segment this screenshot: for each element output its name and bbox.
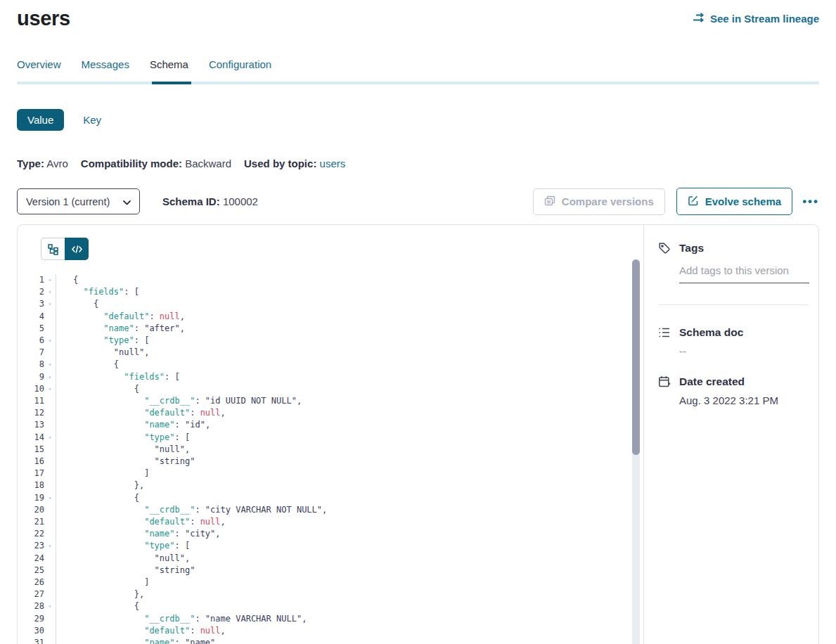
code-text: "name": "after", (56, 323, 185, 335)
page-header: users See in Stream lineage (17, 7, 819, 30)
line-number: 8 (25, 359, 44, 371)
stream-lineage-icon (693, 13, 705, 25)
compare-versions-button[interactable]: Compare versions (533, 188, 665, 215)
tab-configuration[interactable]: Configuration (209, 58, 271, 82)
code-text: "name": "city", (56, 528, 221, 540)
compatibility-label: Compatibility mode: (81, 157, 182, 169)
code-text: "default": null, (56, 407, 226, 419)
code-line: 21 "default": null, (18, 516, 643, 528)
see-in-stream-lineage-link[interactable]: See in Stream lineage (693, 13, 819, 25)
line-number: 23 (25, 540, 44, 552)
code-text: { (56, 298, 98, 310)
tab-overview[interactable]: Overview (17, 58, 61, 82)
line-number: 13 (25, 419, 44, 431)
code-line: 20 "__crdb__": "city VARCHAR NOT NULL", (18, 504, 643, 516)
fold-spacer (44, 528, 56, 540)
schema-meta-row: Type: Avro Compatibility mode: Backward … (17, 157, 819, 169)
line-number: 21 (25, 516, 44, 528)
schema-id-label: Schema ID: (162, 195, 220, 207)
fold-spacer (44, 637, 56, 644)
tab-messages[interactable]: Messages (82, 58, 129, 82)
code-text: { (56, 383, 139, 395)
code-text: "fields": [ (56, 286, 139, 298)
line-number: 7 (25, 347, 44, 359)
code-text: "fields": [ (56, 371, 180, 383)
fold-spacer (44, 456, 56, 468)
line-number: 25 (25, 565, 44, 577)
line-number: 2 (25, 286, 44, 298)
code-scrollbar-thumb[interactable] (632, 259, 640, 455)
code-text: "default": null, (56, 311, 185, 323)
fold-spacer (44, 395, 56, 407)
tree-view-button[interactable] (41, 238, 65, 260)
topic-link[interactable]: users (320, 157, 346, 169)
code-line: 3▾ { (18, 298, 643, 310)
code-line: 14▾ "type": [ (18, 432, 643, 444)
fold-toggle-icon[interactable]: ▾ (44, 359, 56, 371)
date-created-title: Date created (679, 375, 745, 388)
date-created-section-header: Date created (658, 375, 809, 388)
tab-schema[interactable]: Schema (150, 58, 188, 82)
value-toggle-button[interactable]: Value (17, 109, 64, 131)
code-line: 15 "null", (18, 444, 643, 456)
fold-toggle-icon[interactable]: ▾ (44, 371, 56, 383)
code-line: 13 "name": "id", (18, 419, 643, 431)
line-number: 15 (25, 444, 44, 456)
fold-spacer (44, 444, 56, 456)
fold-toggle-icon[interactable]: ▾ (44, 286, 56, 298)
code-text: "string" (56, 456, 195, 468)
fold-toggle-icon[interactable]: ▾ (44, 600, 56, 612)
version-select[interactable]: Version 1 (current) (17, 188, 140, 214)
schema-doc-section-header: Schema doc (658, 326, 809, 339)
version-toolbar: Version 1 (current) Schema ID: 100002 Co… (17, 188, 819, 215)
value-key-toggle: Value Key (17, 109, 819, 131)
code-text: "null", (56, 347, 149, 359)
fold-toggle-icon[interactable]: ▾ (44, 298, 56, 310)
code-text: "__crdb__": "city VARCHAR NOT NULL", (56, 504, 327, 516)
tree-view-icon (47, 243, 59, 255)
add-tags-input[interactable] (679, 264, 809, 283)
line-number: 24 (25, 553, 44, 565)
code-text: "__crdb__": "id UUID NOT NULL", (56, 395, 302, 407)
code-text: { (56, 492, 139, 504)
line-number: 1 (25, 274, 44, 286)
code-text: { (56, 600, 139, 612)
code-line: 31 "name": "name", (18, 637, 643, 644)
line-number: 17 (25, 468, 44, 479)
code-text: "name": "name", (56, 637, 221, 644)
compatibility-field: Compatibility mode: Backward (81, 157, 231, 169)
fold-toggle-icon[interactable]: ▾ (44, 540, 56, 552)
line-number: 6 (25, 335, 44, 347)
code-scrollbar-track[interactable] (632, 259, 640, 644)
line-number: 26 (25, 577, 44, 588)
doc-list-icon (658, 327, 671, 338)
fold-toggle-icon[interactable]: ▾ (44, 383, 56, 395)
line-number: 19 (25, 492, 44, 504)
fold-spacer (44, 553, 56, 565)
date-created-value: Aug. 3 2022 3:21 PM (679, 394, 809, 406)
view-mode-toggle (41, 238, 89, 260)
sidebar-divider (658, 304, 809, 305)
fold-toggle-icon[interactable]: ▾ (44, 492, 56, 504)
code-line: 23▾ "type": [ (18, 540, 643, 552)
code-line: 16 "string" (18, 456, 643, 468)
code-text: "__crdb__": "name VARCHAR NULL", (56, 613, 307, 625)
code-line: 30 "default": null, (18, 625, 643, 637)
edit-schema-icon (688, 195, 699, 208)
code-lines: 1▾{2▾ "fields": [3▾ {4 "default": null,5… (18, 274, 643, 644)
code-text: }, (56, 588, 144, 600)
code-line: 2▾ "fields": [ (18, 286, 643, 298)
fold-spacer (44, 577, 56, 588)
overflow-menu-button[interactable]: ••• (802, 195, 819, 207)
fold-toggle-icon[interactable]: ▾ (44, 274, 56, 286)
code-line: 22 "name": "city", (18, 528, 643, 540)
fold-spacer (44, 347, 56, 359)
fold-toggle-icon[interactable]: ▾ (44, 335, 56, 347)
fold-spacer (44, 588, 56, 600)
evolve-schema-button[interactable]: Evolve schema (676, 188, 792, 215)
code-view-button[interactable] (65, 238, 89, 260)
key-toggle-link[interactable]: Key (83, 114, 101, 126)
fold-toggle-icon[interactable]: ▾ (44, 432, 56, 444)
code-text: { (56, 274, 78, 286)
code-line: 24 "null", (18, 553, 643, 565)
